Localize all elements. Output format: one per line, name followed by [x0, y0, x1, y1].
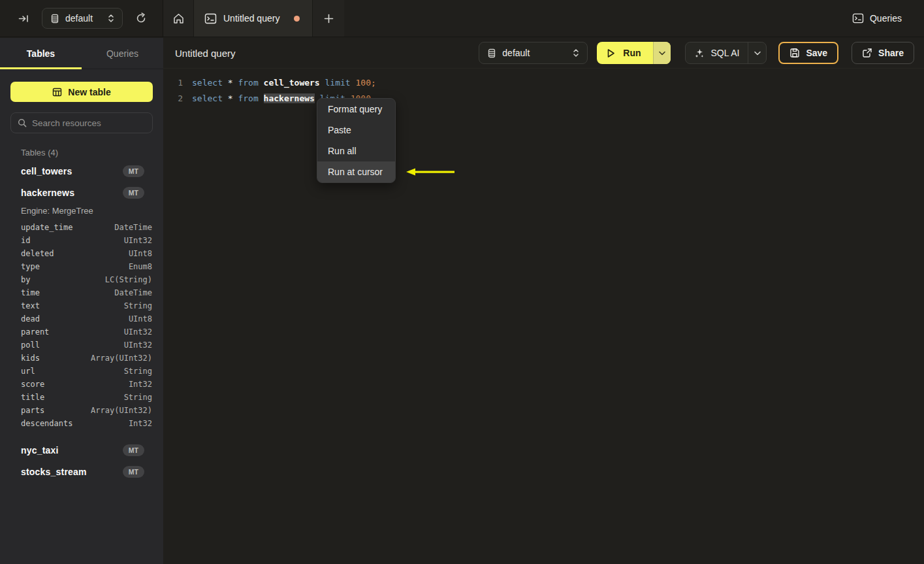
sql-ai-options-button[interactable] [748, 42, 766, 63]
home-button[interactable] [163, 0, 193, 37]
share-button[interactable]: Share [852, 42, 914, 64]
sidebar-tab-queries[interactable]: Queries [82, 38, 163, 69]
column-type: DateTime [114, 288, 152, 297]
run-options-button[interactable] [653, 42, 671, 64]
menu-item-format-query[interactable]: Format query [317, 99, 395, 120]
search-icon [18, 118, 27, 127]
share-icon [862, 48, 872, 58]
table-grid-icon [52, 88, 62, 97]
menu-item-run-at-cursor[interactable]: Run at cursor [317, 161, 395, 182]
column-type: LC(String) [105, 275, 152, 284]
column-type: Int32 [129, 380, 152, 389]
database-selector[interactable]: default [479, 42, 588, 64]
code-token: select [192, 78, 223, 88]
play-icon [607, 48, 615, 58]
column-name: descendants [21, 419, 72, 428]
column-row: byLC(String) [0, 273, 163, 286]
top-bar: default [0, 0, 924, 37]
engine-badge: MT [123, 466, 144, 478]
chevron-down-icon [659, 51, 665, 56]
code-line: 1select * from cell_towers limit 100; [163, 75, 924, 90]
sql-ai-button[interactable]: SQL AI [686, 42, 748, 63]
save-button[interactable]: Save [778, 42, 838, 64]
line-number: 2 [163, 93, 183, 103]
column-name: deleted [21, 249, 54, 258]
table-item-stocks_stream[interactable]: stocks_streamMT [0, 461, 163, 482]
tab-untitled-query[interactable]: Untitled query [193, 0, 313, 37]
column-type: DateTime [114, 223, 152, 232]
code-tokens: select * from cell_towers limit 100; [183, 78, 376, 88]
refresh-icon [135, 12, 147, 24]
search-input[interactable] [32, 118, 148, 128]
sidebar-tabs: Tables Queries [0, 38, 163, 69]
column-row: titleString [0, 391, 163, 404]
new-table-button[interactable]: New table [10, 82, 153, 102]
table-engine-label: Engine: MergeTree [0, 203, 163, 221]
sidebar-tab-queries-label: Queries [106, 48, 138, 59]
collapse-sidebar-button[interactable] [14, 9, 33, 27]
search-box [10, 112, 153, 133]
table-item-cell_towers[interactable]: cell_towersMT [0, 160, 163, 182]
terminal-icon [204, 13, 217, 24]
sql-editor[interactable]: 1select * from cell_towers limit 100;2se… [163, 69, 924, 106]
column-name: parts [21, 406, 44, 415]
database-selector-value: default [65, 13, 93, 24]
column-row: deletedUInt8 [0, 247, 163, 260]
new-tab-button[interactable] [313, 0, 344, 37]
save-icon [789, 48, 800, 58]
table-item-hackernews[interactable]: hackernewsMT [0, 182, 163, 203]
run-button[interactable]: Run [597, 42, 652, 64]
table-name: nyc_taxi [21, 445, 59, 456]
collapse-sidebar-icon [18, 13, 29, 24]
table-name: cell_towers [21, 166, 72, 176]
code-line: 2select * from hackernews limit 1000 [163, 90, 924, 106]
column-row: idUInt32 [0, 234, 163, 247]
code-token [259, 78, 264, 88]
database-selector[interactable]: default [42, 8, 123, 29]
column-name: id [21, 236, 30, 245]
main-area: Untitled query default [163, 38, 924, 564]
share-button-label: Share [878, 48, 904, 58]
column-name: poll [21, 340, 40, 350]
line-number: 1 [163, 78, 183, 88]
column-name: url [21, 367, 35, 376]
code-token [259, 93, 264, 103]
updown-chevron-icon [108, 14, 114, 23]
column-type: UInt8 [129, 314, 152, 323]
tab-label: Untitled query [223, 13, 279, 24]
column-name: score [21, 380, 44, 389]
menu-item-paste[interactable]: Paste [317, 120, 395, 141]
column-type: Array(UInt32) [91, 354, 152, 363]
queries-button[interactable]: Queries [844, 13, 924, 24]
column-type: UInt8 [129, 249, 152, 258]
column-type: UInt32 [124, 236, 152, 245]
column-name: type [21, 262, 40, 271]
editor-context-menu: Format queryPasteRun allRun at cursor [317, 98, 396, 183]
table-item-nyc_taxi[interactable]: nyc_taxiMT [0, 439, 163, 461]
column-row: timeDateTime [0, 286, 163, 299]
column-name: text [21, 301, 40, 310]
home-icon [172, 12, 185, 25]
menu-item-run-all[interactable]: Run all [317, 141, 395, 161]
sql-ai-label: SQL AI [711, 48, 740, 58]
code-token [223, 78, 228, 88]
column-type: UInt32 [124, 340, 152, 350]
plus-icon [324, 14, 334, 24]
column-row: pollUInt32 [0, 339, 163, 352]
column-type: String [124, 393, 152, 402]
sidebar: Tables Queries New table Tables (4) [0, 38, 163, 564]
code-token: select [192, 93, 223, 103]
code-token: * [228, 78, 233, 88]
database-icon [50, 14, 59, 24]
column-type: String [124, 367, 152, 376]
toolbar-actions: default Run [479, 42, 914, 64]
database-icon [487, 48, 496, 58]
save-button-label: Save [806, 48, 827, 58]
engine-badge: MT [123, 165, 144, 177]
column-name: title [21, 393, 44, 402]
columns-gap [0, 430, 163, 439]
sidebar-tab-tables[interactable]: Tables [0, 38, 82, 69]
query-title: Untitled query [175, 48, 236, 59]
refresh-button[interactable] [132, 9, 150, 27]
terminal-icon [852, 13, 864, 24]
